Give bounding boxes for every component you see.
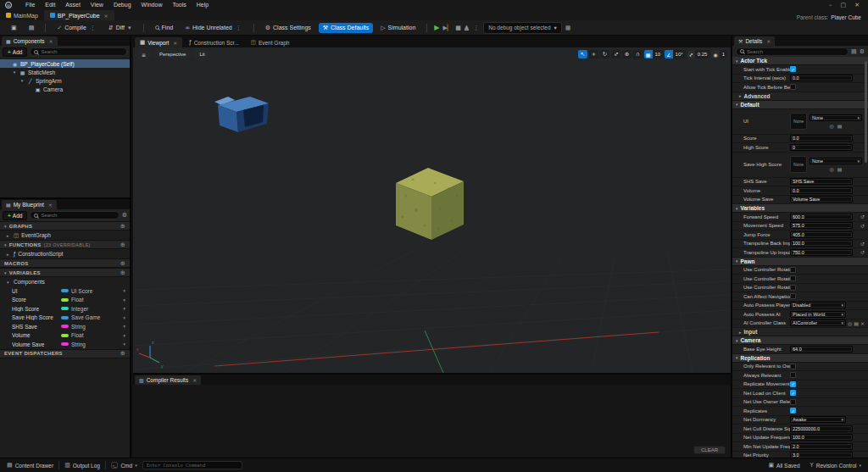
section-default[interactable]: ▾Default	[732, 101, 868, 109]
add-event-dispatchers-icon[interactable]: ⊕	[120, 350, 125, 357]
section-graphs[interactable]: ▾GRAPHS⊕	[0, 221, 130, 230]
grid-snap-control[interactable]: ▦ 10	[644, 50, 663, 58]
use-selected-icon[interactable]: ◎	[830, 123, 834, 129]
asset-dropdown[interactable]: None▾	[810, 114, 862, 121]
menu-asset[interactable]: Asset	[65, 2, 81, 8]
text-field[interactable]: 100.0	[790, 240, 853, 247]
dropdown[interactable]: Disabled▾	[790, 302, 846, 308]
menu-view[interactable]: View	[91, 2, 103, 8]
checkbox[interactable]: ✓	[790, 381, 796, 387]
variable-shs-save[interactable]: SHS SaveString▾	[0, 322, 130, 331]
parent-class-link[interactable]: Player Cube	[831, 14, 861, 20]
text-field[interactable]: 0.0	[790, 75, 853, 81]
select-tool-button[interactable]: ↖	[578, 50, 587, 58]
text-field[interactable]: SHS Save	[790, 178, 853, 185]
close-tab-icon[interactable]: ×	[104, 13, 108, 19]
variable-score[interactable]: ScoreFloat▾	[0, 296, 130, 305]
section-variables[interactable]: ▾VARIABLES⊕	[0, 268, 130, 277]
tab-viewport[interactable]: ▦ Viewport ×	[135, 37, 182, 47]
menu-window[interactable]: Window	[142, 2, 163, 8]
play-button[interactable]: ▶	[434, 24, 439, 31]
variable-volume-save[interactable]: Volume SaveString▾	[0, 340, 130, 349]
tab-components[interactable]: ▦ Components ×	[2, 36, 58, 46]
clear-button[interactable]: CLEAR	[693, 446, 726, 454]
hide-unrelated-button[interactable]: ∞ Hide Unrelated⋮	[181, 23, 247, 33]
checkbox[interactable]	[790, 399, 796, 405]
gear-icon[interactable]: ⚙	[122, 212, 127, 219]
chevron-down-icon[interactable]: ▾	[123, 324, 125, 329]
compile-button[interactable]: ✓ Compile⋮	[53, 23, 101, 33]
frame-skip-button[interactable]: ▶▏	[442, 25, 452, 31]
expand-arrow-icon[interactable]: ▾	[19, 78, 25, 83]
console-command-input[interactable]: Enter Console Command	[142, 461, 242, 469]
stop-button[interactable]: ■	[455, 25, 461, 31]
add-variables-icon[interactable]: ⊕	[120, 269, 125, 276]
save-button[interactable]: ▣	[7, 23, 21, 33]
chevron-down-icon[interactable]: ▾	[123, 306, 125, 311]
surface-snap-button[interactable]: ∩	[633, 50, 643, 58]
tab-mainmap[interactable]: MainMap	[0, 10, 44, 20]
checkbox[interactable]	[790, 275, 796, 281]
3d-viewport[interactable]: ≡ Perspective Lit ↖ + ↻ ↕ ⊕ ∩ ▦ 10 ∠ 10°	[133, 47, 731, 373]
components-search-input[interactable]: Search	[30, 47, 127, 56]
add-functions-icon[interactable]: ⊕	[120, 242, 125, 248]
add-graphs-icon[interactable]: ⊕	[120, 223, 125, 230]
world-coordinate-button[interactable]: ⊕	[622, 50, 632, 58]
move-tool-button[interactable]: +	[589, 50, 598, 58]
browse-icon[interactable]: ▤	[837, 166, 843, 172]
rotate-tool-button[interactable]: ↻	[600, 50, 609, 58]
my-blueprint-search-input[interactable]: Search	[30, 211, 119, 219]
text-field[interactable]: Volume Save	[790, 196, 853, 203]
category-components[interactable]: ▾Components	[0, 277, 130, 286]
section-advanced[interactable]: ▸Advanced	[732, 92, 868, 101]
section-replication[interactable]: ▾Replication	[732, 354, 868, 363]
variable-ui[interactable]: UIUI Score▾	[0, 286, 130, 296]
use-selected-icon[interactable]: ◎	[830, 166, 834, 172]
expand-arrow-icon[interactable]: ▾	[12, 69, 17, 75]
class-defaults-button[interactable]: ⚒ Class Defaults	[319, 23, 373, 33]
use-selected-icon[interactable]: ◎	[848, 320, 852, 326]
chevron-down-icon[interactable]: ▾	[123, 342, 125, 347]
player-cube-mesh[interactable]	[396, 168, 464, 240]
text-field[interactable]: 64.0	[790, 346, 853, 353]
variable-high-score[interactable]: High ScoreInteger▾	[0, 304, 130, 314]
component-bp-playercube-self[interactable]: ◉BP_PlayerCube (Self)	[0, 59, 130, 68]
debug-object-dropdown[interactable]: No debug object selected ▾	[483, 22, 562, 34]
reset-to-default-icon[interactable]: ↺	[860, 223, 865, 229]
dropdown[interactable]: Placed in World▾	[790, 311, 846, 318]
find-button[interactable]: Find	[151, 23, 178, 32]
compile-options-icon[interactable]: ⋮	[89, 25, 97, 31]
component-camera[interactable]: ▣Camera	[0, 85, 130, 93]
text-field[interactable]: 575.0	[790, 222, 853, 229]
section-event-dispatchers[interactable]: EVENT DISPATCHERS⊕	[0, 349, 130, 358]
tab-event-graph[interactable]: ◫ Event Graph	[246, 37, 295, 47]
menu-edit[interactable]: Edit	[45, 2, 55, 8]
checkbox[interactable]	[790, 372, 796, 378]
chevron-down-icon[interactable]: ▾	[123, 297, 125, 303]
eject-button[interactable]: ▲	[465, 25, 469, 31]
checkbox[interactable]	[790, 267, 796, 273]
hide-unrelated-options-icon[interactable]: ⋮	[235, 25, 242, 31]
cmd-dropdown[interactable]: ›_ Cmd ▾	[111, 462, 137, 469]
component-staticmesh[interactable]: ▾▦StaticMesh	[0, 68, 130, 76]
dropdown[interactable]: Awake▾	[790, 416, 846, 423]
tab-my-blueprint[interactable]: ▤ My Blueprint ×	[2, 200, 57, 209]
checkbox[interactable]	[790, 84, 796, 90]
section-pawn[interactable]: ▾Pawn	[732, 258, 868, 266]
checkbox[interactable]: ✓	[790, 66, 796, 72]
tab-bp-playercube[interactable]: BP_PlayerCube ×	[44, 10, 114, 20]
section-input[interactable]: ▸Input	[732, 328, 868, 336]
tab-compiler-results[interactable]: ▥ Compiler Results ×	[135, 375, 201, 385]
content-drawer-button[interactable]: ▤ Content Drawer	[7, 462, 53, 469]
text-field[interactable]: 600.0	[790, 214, 853, 220]
browse-button[interactable]: ▤	[25, 23, 39, 33]
details-search-input[interactable]: Search	[736, 47, 849, 56]
menu-tools[interactable]: Tools	[172, 2, 186, 8]
diff-button[interactable]: ⇵ Diff▾	[104, 23, 136, 33]
checkbox[interactable]: ✓	[790, 390, 796, 396]
text-field[interactable]: 0.0	[790, 135, 853, 142]
browse-icon[interactable]: ▤	[854, 320, 859, 326]
chevron-down-icon[interactable]: ▾	[123, 333, 125, 338]
class-settings-button[interactable]: ⚙ Class Settings	[261, 23, 315, 33]
simulation-button[interactable]: ▷ Simulation	[376, 23, 420, 33]
